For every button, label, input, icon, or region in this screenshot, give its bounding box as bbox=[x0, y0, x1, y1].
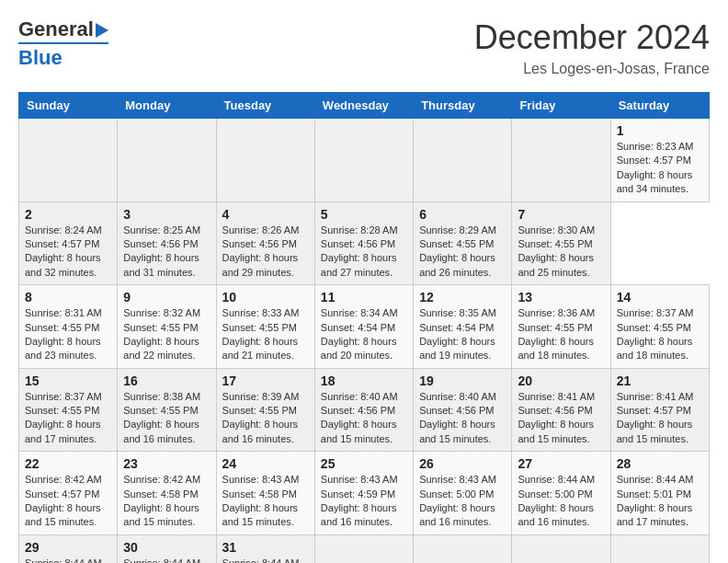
sunrise: Sunrise: 8:44 AM bbox=[222, 557, 309, 563]
sunset: Sunset: 4:55 PM bbox=[617, 321, 703, 335]
sunset: Sunset: 4:56 PM bbox=[321, 237, 407, 251]
day-number: 3 bbox=[123, 207, 210, 222]
day-number: 24 bbox=[222, 456, 309, 471]
calendar-week-row: 22 Sunrise: 8:42 AM Sunset: 4:57 PM Dayl… bbox=[19, 452, 710, 535]
day-number: 30 bbox=[123, 540, 210, 555]
day-number: 20 bbox=[518, 373, 604, 388]
day-number: 17 bbox=[222, 373, 309, 388]
daylight: Daylight: 8 hours and 26 minutes. bbox=[419, 251, 506, 280]
day-number: 8 bbox=[25, 290, 111, 304]
sunset: Sunset: 4:57 PM bbox=[617, 154, 703, 167]
day-number: 1 bbox=[617, 123, 703, 138]
calendar-day-cell: 4 Sunrise: 8:26 AM Sunset: 4:56 PM Dayli… bbox=[216, 201, 314, 285]
day-number: 4 bbox=[222, 207, 309, 222]
day-number: 21 bbox=[617, 373, 703, 388]
day-number: 12 bbox=[419, 290, 506, 304]
day-detail: Sunrise: 8:41 AM Sunset: 4:57 PM Dayligh… bbox=[617, 390, 703, 447]
calendar-week-row: 29 Sunrise: 8:44 AM Sunset: 5:02 PM Dayl… bbox=[19, 534, 710, 563]
day-number: 25 bbox=[321, 456, 407, 471]
sunset: Sunset: 4:55 PM bbox=[222, 404, 309, 418]
day-number: 13 bbox=[518, 290, 604, 304]
daylight: Daylight: 8 hours and 20 minutes. bbox=[321, 335, 407, 363]
calendar-day-cell: 19 Sunrise: 8:40 AM Sunset: 4:56 PM Dayl… bbox=[414, 368, 512, 452]
calendar-day-cell: 10 Sunrise: 8:33 AM Sunset: 4:55 PM Dayl… bbox=[216, 285, 314, 369]
daylight: Daylight: 8 hours and 34 minutes. bbox=[617, 168, 703, 197]
sunrise: Sunrise: 8:44 AM bbox=[617, 473, 703, 487]
day-detail: Sunrise: 8:26 AM Sunset: 4:56 PM Dayligh… bbox=[222, 224, 309, 281]
dow-header: Wednesday bbox=[314, 93, 413, 119]
day-detail: Sunrise: 8:33 AM Sunset: 4:55 PM Dayligh… bbox=[222, 306, 309, 363]
sunset: Sunset: 4:55 PM bbox=[123, 404, 210, 418]
day-number: 7 bbox=[518, 207, 604, 222]
sunset: Sunset: 4:58 PM bbox=[123, 488, 210, 501]
sunrise: Sunrise: 8:35 AM bbox=[419, 306, 506, 320]
daylight: Daylight: 8 hours and 16 minutes. bbox=[518, 501, 604, 530]
daylight: Daylight: 8 hours and 18 minutes. bbox=[617, 335, 703, 363]
calendar-day-cell: 9 Sunrise: 8:32 AM Sunset: 4:55 PM Dayli… bbox=[118, 285, 216, 369]
sunset: Sunset: 4:57 PM bbox=[25, 237, 111, 251]
sunrise: Sunrise: 8:30 AM bbox=[518, 224, 604, 237]
sunrise: Sunrise: 8:25 AM bbox=[123, 224, 210, 237]
day-number: 16 bbox=[123, 373, 210, 388]
daylight: Daylight: 8 hours and 27 minutes. bbox=[321, 251, 407, 280]
day-detail: Sunrise: 8:30 AM Sunset: 4:55 PM Dayligh… bbox=[518, 224, 604, 281]
calendar-week-row: 8 Sunrise: 8:31 AM Sunset: 4:55 PM Dayli… bbox=[19, 285, 710, 369]
day-detail: Sunrise: 8:31 AM Sunset: 4:55 PM Dayligh… bbox=[25, 306, 111, 363]
calendar-day-cell: 27 Sunrise: 8:44 AM Sunset: 5:00 PM Dayl… bbox=[512, 452, 610, 535]
day-number: 23 bbox=[123, 456, 210, 471]
sunrise: Sunrise: 8:42 AM bbox=[25, 473, 111, 487]
day-detail: Sunrise: 8:32 AM Sunset: 4:55 PM Dayligh… bbox=[123, 306, 210, 363]
calendar-day-cell bbox=[512, 119, 610, 202]
day-detail: Sunrise: 8:35 AM Sunset: 4:54 PM Dayligh… bbox=[419, 306, 506, 363]
day-number: 26 bbox=[419, 456, 506, 471]
daylight: Daylight: 8 hours and 23 minutes. bbox=[25, 335, 111, 363]
calendar-day-cell bbox=[512, 534, 610, 563]
page-header: General Blue December 2024 Les Loges-en-… bbox=[18, 18, 710, 77]
calendar-day-cell: 3 Sunrise: 8:25 AM Sunset: 4:56 PM Dayli… bbox=[118, 201, 216, 285]
sunset: Sunset: 5:00 PM bbox=[518, 488, 604, 501]
calendar-day-cell: 20 Sunrise: 8:41 AM Sunset: 4:56 PM Dayl… bbox=[512, 368, 610, 452]
dow-header: Saturday bbox=[610, 93, 709, 119]
sunset: Sunset: 4:55 PM bbox=[123, 321, 210, 335]
day-detail: Sunrise: 8:44 AM Sunset: 5:03 PM Dayligh… bbox=[123, 557, 210, 563]
sunrise: Sunrise: 8:34 AM bbox=[321, 306, 407, 320]
sunset: Sunset: 4:59 PM bbox=[321, 488, 407, 501]
daylight: Daylight: 8 hours and 15 minutes. bbox=[617, 418, 703, 446]
daylight: Daylight: 8 hours and 18 minutes. bbox=[518, 335, 604, 363]
calendar-day-cell bbox=[414, 119, 512, 202]
sunrise: Sunrise: 8:42 AM bbox=[123, 473, 210, 487]
calendar-day-cell: 7 Sunrise: 8:30 AM Sunset: 4:55 PM Dayli… bbox=[512, 201, 610, 285]
sunrise: Sunrise: 8:26 AM bbox=[222, 224, 309, 237]
dow-header: Friday bbox=[512, 93, 610, 119]
day-detail: Sunrise: 8:23 AM Sunset: 4:57 PM Dayligh… bbox=[617, 140, 703, 197]
sunrise: Sunrise: 8:29 AM bbox=[419, 224, 506, 237]
sunset: Sunset: 4:54 PM bbox=[419, 321, 506, 335]
main-title: December 2024 bbox=[474, 18, 710, 57]
sunset: Sunset: 5:00 PM bbox=[419, 488, 506, 501]
sunset: Sunset: 4:56 PM bbox=[321, 404, 407, 418]
sunrise: Sunrise: 8:38 AM bbox=[123, 390, 210, 404]
sunrise: Sunrise: 8:40 AM bbox=[321, 390, 407, 404]
day-detail: Sunrise: 8:37 AM Sunset: 4:55 PM Dayligh… bbox=[617, 306, 703, 363]
sunrise: Sunrise: 8:39 AM bbox=[222, 390, 309, 404]
daylight: Daylight: 8 hours and 31 minutes. bbox=[123, 251, 210, 280]
daylight: Daylight: 8 hours and 32 minutes. bbox=[25, 251, 111, 280]
day-detail: Sunrise: 8:25 AM Sunset: 4:56 PM Dayligh… bbox=[123, 224, 210, 281]
dow-header: Monday bbox=[118, 93, 216, 119]
day-detail: Sunrise: 8:44 AM Sunset: 5:01 PM Dayligh… bbox=[617, 473, 703, 530]
sunrise: Sunrise: 8:44 AM bbox=[123, 557, 210, 563]
calendar-week-row: 1 Sunrise: 8:23 AM Sunset: 4:57 PM Dayli… bbox=[19, 119, 710, 202]
calendar-day-cell: 18 Sunrise: 8:40 AM Sunset: 4:56 PM Dayl… bbox=[314, 368, 413, 452]
calendar-table: SundayMondayTuesdayWednesdayThursdayFrid… bbox=[18, 92, 710, 563]
sunset: Sunset: 4:55 PM bbox=[518, 321, 604, 335]
sunset: Sunset: 4:56 PM bbox=[419, 404, 506, 418]
sunrise: Sunrise: 8:40 AM bbox=[419, 390, 506, 404]
sunrise: Sunrise: 8:37 AM bbox=[617, 306, 703, 320]
calendar-day-cell: 8 Sunrise: 8:31 AM Sunset: 4:55 PM Dayli… bbox=[19, 285, 118, 369]
sunrise: Sunrise: 8:43 AM bbox=[321, 473, 407, 487]
day-number: 31 bbox=[222, 540, 309, 555]
sunset: Sunset: 4:54 PM bbox=[321, 321, 407, 335]
day-detail: Sunrise: 8:43 AM Sunset: 5:00 PM Dayligh… bbox=[419, 473, 506, 530]
sunrise: Sunrise: 8:28 AM bbox=[321, 224, 407, 237]
day-detail: Sunrise: 8:42 AM Sunset: 4:57 PM Dayligh… bbox=[25, 473, 111, 530]
